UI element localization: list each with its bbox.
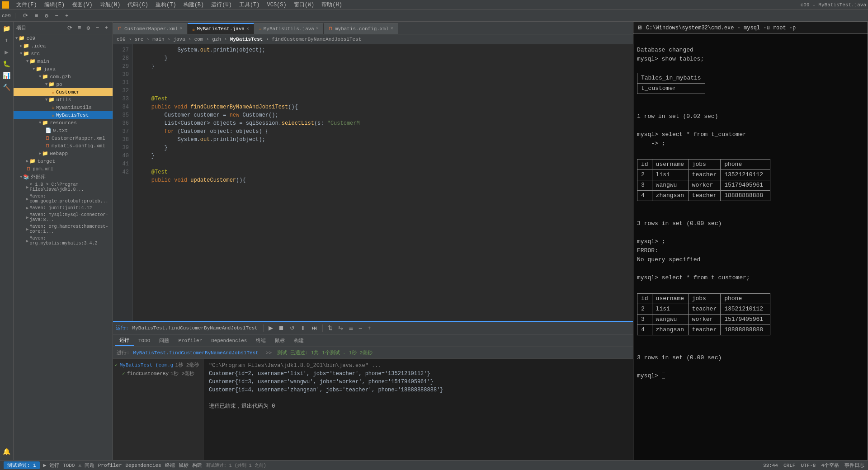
tree-item-protobuf[interactable]: ▶Maven: com.google.protobuf:protob...	[14, 193, 113, 205]
bottom-tab-run[interactable]: 运行	[115, 335, 134, 346]
sidebar-btn-2[interactable]: ≡	[76, 24, 83, 33]
menu-navigate[interactable]: 导航(N)	[96, 0, 124, 9]
left-icon-commit[interactable]: ⬆	[2, 35, 12, 45]
status-profiler[interactable]: Profiler	[98, 463, 122, 468]
tree-item-external[interactable]: ▼📚外部库	[14, 173, 113, 181]
bottom-tab-todo[interactable]: TODO	[134, 336, 155, 345]
run-resume-btn[interactable]: ⏭	[310, 324, 319, 332]
status-build[interactable]: 构建	[192, 462, 202, 469]
left-icon-run[interactable]: ▶	[2, 47, 12, 57]
toolbar-plus[interactable]: +	[63, 12, 71, 20]
status-mouse[interactable]: 鼠标	[179, 462, 189, 469]
cmd-content[interactable]: Database changed mysql> show tables; Tab…	[633, 34, 868, 470]
menu-refactor[interactable]: 重构(T)	[152, 0, 180, 9]
menu-tools[interactable]: 工具(T)	[236, 0, 264, 9]
status-event-log[interactable]: 事件日志	[844, 462, 864, 469]
run-pause-btn[interactable]: ⏸	[298, 324, 308, 332]
cmd-prompt-2: mysql> select * from t_customer	[637, 131, 746, 138]
left-icon-notifications[interactable]: 🔔	[2, 446, 12, 456]
menu-view[interactable]: 视图(V)	[68, 0, 96, 9]
tree-item-src[interactable]: ▼📁src	[14, 50, 113, 57]
menu-help[interactable]: 帮助(H)	[318, 0, 346, 9]
sidebar-btn-plus[interactable]: +	[103, 24, 110, 33]
bottom-tab-terminal[interactable]: 终端	[251, 335, 270, 346]
bottom-tab-mouse[interactable]: 鼠标	[270, 335, 289, 346]
tree-item-idea[interactable]: ▶📁.idea	[14, 42, 113, 50]
sidebar-btn-1[interactable]: ⟳	[66, 24, 74, 33]
tab-mybatisutils-close[interactable]: ×	[316, 26, 319, 31]
run-test-link[interactable]: MyBatisTest.findCustomerByNameAndJobs1Te…	[133, 350, 259, 356]
tree-item-mysql[interactable]: ▶Maven: mysql:mysql-connector-java:8...	[14, 212, 113, 223]
tree-item-hamcrest[interactable]: ▶Maven: org.hamcrest:hamcrest-core:1...	[14, 223, 113, 235]
sidebar-btn-gear[interactable]: ⚙	[85, 24, 92, 33]
menu-edit[interactable]: 编辑(E)	[41, 0, 69, 9]
tree-item-utils[interactable]: ▼📁utils	[14, 96, 113, 103]
menu-file[interactable]: 文件(F)	[13, 0, 41, 9]
status-charset[interactable]: UTF-8	[801, 463, 816, 468]
status-run[interactable]: ▶ 运行	[43, 462, 59, 469]
status-todo[interactable]: TODO	[63, 463, 75, 468]
sidebar-title: 项目	[16, 24, 26, 31]
tab-mybatisconfig[interactable]: 🗒 mybatis-config.xml ×	[324, 23, 398, 34]
run-filter-btn[interactable]: ⇆	[336, 324, 345, 332]
run-settings-btn[interactable]: ≣	[347, 324, 355, 332]
menu-run[interactable]: 运行(U)	[208, 0, 236, 9]
status-problems[interactable]: ⚠ 问题	[78, 462, 94, 469]
cmd-prompt-cursor[interactable]: mysql> █	[637, 372, 665, 379]
menu-vcs[interactable]: VCS(S)	[263, 0, 290, 9]
tree-item-po[interactable]: ▼📁po	[14, 80, 113, 88]
tree-item-webapp[interactable]: ▶📁webapp	[14, 150, 113, 157]
bottom-tab-build[interactable]: 构建	[289, 335, 308, 346]
tab-mybatistest-close[interactable]: ×	[246, 27, 249, 32]
left-icon-ant[interactable]: 🔨	[2, 82, 12, 92]
tree-item-comgzh[interactable]: ▼📁com.gzh	[14, 73, 113, 80]
status-spaces[interactable]: 4个空格	[821, 462, 839, 469]
status-terminal[interactable]: 终端	[165, 462, 175, 469]
menu-code[interactable]: 代码(C)	[124, 0, 152, 9]
tab-mybatistest[interactable]: ☕ MyBatisTest.java ×	[188, 23, 254, 34]
tree-item-java[interactable]: ▼📁java	[14, 65, 113, 73]
toolbar-minus[interactable]: −	[53, 12, 60, 20]
bottom-tab-problems[interactable]: 问题	[155, 335, 174, 346]
run-sort-btn[interactable]: ⇅	[326, 324, 335, 332]
status-dependencies[interactable]: Dependencies	[126, 463, 161, 468]
run-stop-btn[interactable]: ⏹	[277, 324, 286, 332]
tab-mybatisconfig-close[interactable]: ×	[391, 26, 393, 31]
menu-build[interactable]: 构建(B)	[180, 0, 208, 9]
tree-item-pom[interactable]: 🗒pom.xml	[14, 165, 113, 173]
tree-item-main[interactable]: ▼📁main	[14, 57, 113, 65]
tree-item-9txt[interactable]: 📄9.txt	[14, 127, 113, 134]
toolbar-sync[interactable]: ⟳	[21, 12, 30, 20]
left-icon-project[interactable]: 📁	[2, 24, 12, 33]
run-play-btn[interactable]: ▶	[267, 324, 275, 332]
tree-item-mybatisconfig[interactable]: 🗒mybatis-config.xml	[14, 142, 113, 150]
tree-item-customermapper[interactable]: 🗒CustomerMapper.xml	[14, 134, 113, 142]
tree-item-junit[interactable]: ▶Maven: junit:junit:4.12	[14, 205, 113, 212]
tree-item-c09[interactable]: ▼📁c09	[14, 34, 113, 42]
test-tree-method[interactable]: ✓ findCustomerBy 1秒 2毫秒	[115, 369, 201, 378]
tab-customermapper-close[interactable]: ×	[180, 26, 183, 31]
test-pass-badge[interactable]: 测试通过: 1	[4, 461, 40, 469]
run-maximize-btn[interactable]: +	[366, 324, 373, 332]
sidebar-btn-minus[interactable]: −	[94, 24, 101, 33]
tab-mybatisutils[interactable]: ☕ MyBatisUtils.java ×	[254, 23, 324, 34]
toolbar-list[interactable]: ≡	[33, 12, 40, 20]
tree-item-jdk[interactable]: ▶< 1.8 > C:\Program Files\Java\jdk1.8...	[14, 181, 113, 193]
tree-item-resources[interactable]: ▼📁resources	[14, 119, 113, 127]
tree-item-mybatisutils[interactable]: ☕MyBatisUtils	[14, 103, 113, 111]
run-minimize-btn[interactable]: –	[357, 324, 364, 332]
status-crlf[interactable]: CRLF	[783, 463, 795, 468]
test-tree-suite[interactable]: ✓ MyBatisTest (com.g 1秒 2毫秒	[115, 361, 201, 369]
tree-item-target[interactable]: ▶📁target	[14, 157, 113, 165]
bottom-tab-dependencies[interactable]: Dependencies	[207, 336, 251, 345]
left-icon-profiler[interactable]: 📊	[2, 70, 12, 80]
tree-item-mybatis[interactable]: ▶Maven: org.mybatis:mybatis:3.4.2	[14, 235, 113, 247]
menu-window[interactable]: 窗口(W)	[290, 0, 318, 9]
tree-item-customer[interactable]: ☕Customer	[14, 88, 113, 96]
bottom-tab-profiler[interactable]: Profiler	[174, 336, 207, 345]
toolbar-gear[interactable]: ⚙	[43, 12, 50, 20]
tab-customermapper[interactable]: 🗒 CustomerMapper.xml ×	[113, 23, 188, 34]
left-icon-debug[interactable]: 🐛	[2, 59, 12, 69]
run-rerun-btn[interactable]: ↺	[288, 324, 297, 332]
tree-item-mybatistest[interactable]: ☕MyBatisTest	[14, 111, 113, 119]
